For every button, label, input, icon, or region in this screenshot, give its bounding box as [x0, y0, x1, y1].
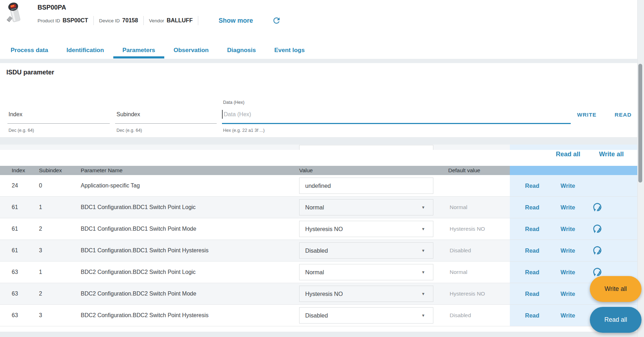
row-parameter-name: Application-specific Tag	[81, 182, 140, 189]
index-field[interactable]: Index	[8, 111, 22, 118]
subindex-field[interactable]: Subindex	[116, 111, 140, 118]
show-more-link[interactable]: Show more	[218, 17, 253, 24]
row-read-button[interactable]: Read	[525, 312, 539, 319]
row-index: 63	[12, 291, 18, 297]
row-subindex: 0	[39, 182, 42, 189]
scrollbar-thumb[interactable]	[638, 64, 642, 182]
tab-identification[interactable]: Identification	[57, 42, 113, 59]
row-subindex: 3	[39, 312, 42, 319]
row-value-select[interactable]: Normal ▼	[299, 199, 433, 215]
row-default-value: Disabled	[450, 247, 471, 254]
tab-event-logs[interactable]: Event logs	[265, 42, 314, 59]
col-value: Value	[299, 166, 313, 175]
text-cursor	[222, 110, 223, 119]
row-index: 61	[12, 247, 18, 254]
chevron-down-icon: ▼	[421, 248, 425, 253]
row-write-button[interactable]: Write	[560, 182, 575, 189]
read-button[interactable]: READ	[615, 112, 632, 118]
chevron-down-icon: ▼	[421, 205, 425, 209]
table-row: 61 3 BDC1 Configuration.BDC1 Switch Poin…	[0, 240, 637, 262]
read-all-link[interactable]: Read all	[556, 151, 580, 158]
row-index: 61	[12, 226, 18, 232]
isdu-section-title: ISDU parameter	[6, 69, 54, 76]
data-hex-field-underline	[222, 123, 571, 124]
col-subindex: Subindex	[39, 166, 62, 175]
tab-diagnosis[interactable]: Diagnosis	[218, 42, 265, 59]
row-parameter-name: BDC1 Configuration.BDC1 Switch Point Mod…	[81, 226, 196, 232]
row-read-button[interactable]: Read	[525, 247, 539, 254]
chevron-down-icon: ▼	[421, 270, 425, 274]
row-write-button[interactable]: Write	[560, 291, 575, 297]
row-value-text: Disabled	[305, 247, 328, 254]
row-value-select[interactable]: Normal ▼	[299, 264, 433, 280]
row-value-text: Disabled	[305, 312, 328, 319]
chevron-down-icon: ▼	[421, 313, 425, 318]
row-write-button[interactable]: Write	[560, 226, 575, 232]
row-read-button[interactable]: Read	[525, 182, 539, 189]
row-value-select[interactable]: Hysteresis NO ▼	[299, 221, 433, 237]
col-actions	[510, 166, 637, 175]
row-value-text: Normal	[305, 269, 324, 276]
tab-label: Process data	[11, 47, 48, 54]
table-row-partial	[0, 145, 637, 150]
chevron-down-icon: ▼	[421, 227, 425, 231]
index-field-hint: Dec (e.g. 64)	[8, 128, 34, 133]
col-default-value: Default value	[448, 166, 480, 175]
device-parameters-screen: BSP00PA Product ID BSP00CT Device ID 701…	[0, 0, 644, 337]
row-actions: Read Write	[510, 175, 637, 196]
row-read-button[interactable]: Read	[525, 226, 539, 232]
chevron-down-icon: ▼	[421, 292, 425, 296]
read-all-fab[interactable]: Read all	[590, 307, 642, 333]
restore-default-icon[interactable]	[592, 245, 603, 256]
row-actions: Read Write	[510, 197, 637, 218]
device-image	[6, 2, 23, 23]
restore-default-icon[interactable]	[592, 202, 603, 213]
row-actions: Read Write	[510, 240, 637, 261]
tab-parameters[interactable]: Parameters	[113, 42, 165, 59]
row-value-select[interactable]	[299, 145, 433, 150]
vendor-label: Vendor	[149, 18, 164, 23]
row-value-select[interactable]: Disabled ▼	[299, 242, 433, 259]
device-id-label: Device ID	[99, 18, 120, 23]
restore-default-icon[interactable]	[592, 224, 603, 234]
row-default-value: Hysteresis NO	[450, 291, 485, 297]
row-actions	[510, 145, 637, 150]
row-write-button[interactable]: Write	[560, 312, 575, 319]
tab-process-data[interactable]: Process data	[1, 42, 57, 59]
refresh-icon[interactable]	[272, 16, 281, 25]
tab-observation[interactable]: Observation	[164, 42, 218, 59]
device-title: BSP00PA	[38, 4, 66, 11]
product-id-value: BSP00CT	[63, 17, 88, 24]
row-subindex: 2	[39, 291, 42, 297]
row-parameter-name: BDC1 Configuration.BDC1 Switch Point Log…	[81, 204, 196, 210]
data-hex-field-label: Data (Hex)	[223, 100, 244, 105]
row-default-value: Normal	[450, 269, 467, 275]
row-subindex: 1	[39, 269, 42, 275]
write-button[interactable]: WRITE	[577, 112, 597, 118]
row-value-select[interactable]: Disabled ▼	[299, 307, 433, 324]
row-default-value: Hysteresis NO	[450, 226, 485, 232]
row-write-button[interactable]: Write	[560, 204, 575, 211]
data-hex-field[interactable]: Data (Hex)	[224, 111, 251, 118]
isdu-parameter-card: ISDU parameter Index Dec (e.g. 64) Subin…	[0, 63, 637, 137]
index-field-underline	[7, 123, 110, 124]
write-all-fab[interactable]: Write all	[590, 276, 642, 302]
write-all-link[interactable]: Write all	[599, 151, 624, 158]
device-id-value: 70158	[122, 17, 138, 24]
row-write-button[interactable]: Write	[560, 247, 575, 254]
row-write-button[interactable]: Write	[560, 269, 575, 276]
row-value-text: Hysteresis NO	[305, 291, 343, 297]
row-read-button[interactable]: Read	[525, 204, 539, 211]
data-hex-field-hint: Hex (e.g. 22 a1 3f ...)	[223, 128, 264, 133]
tab-label: Diagnosis	[227, 47, 256, 54]
row-read-button[interactable]: Read	[525, 269, 539, 276]
row-index: 63	[12, 269, 18, 275]
table-row: 63 3 BDC2 Configuration.BDC2 Switch Poin…	[0, 305, 637, 326]
col-index: Index	[12, 166, 25, 175]
row-default-value: Normal	[450, 204, 467, 210]
table-row: 24 0 Application-specific Tag undefined …	[0, 175, 637, 197]
row-read-button[interactable]: Read	[525, 291, 539, 297]
subindex-field-hint: Dec (e.g. 64)	[116, 128, 142, 133]
row-value-select[interactable]: Hysteresis NO ▼	[299, 286, 433, 302]
row-value-input[interactable]: undefined	[299, 178, 433, 194]
